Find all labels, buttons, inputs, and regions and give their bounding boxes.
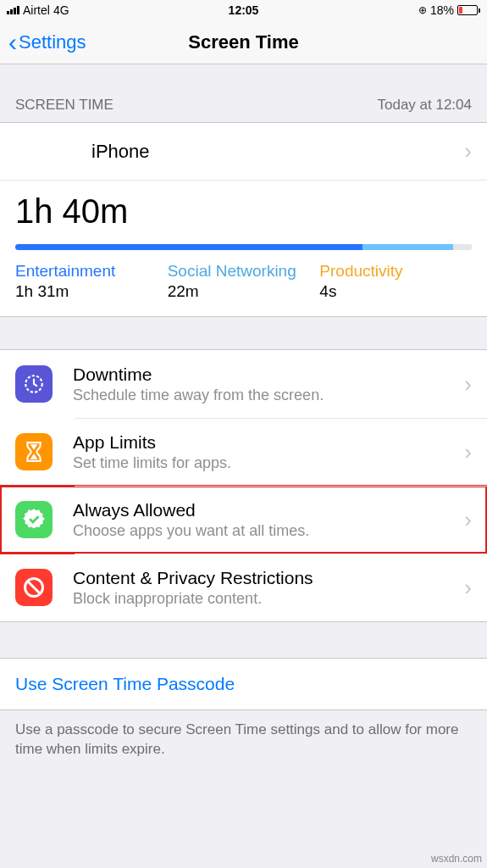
summary-header: SCREEN TIME Today at 12:04 bbox=[0, 64, 487, 122]
summary-header-left: SCREEN TIME bbox=[15, 97, 113, 114]
category-social: Social Networking 22m bbox=[168, 262, 320, 301]
category-productivity: Productivity 4s bbox=[319, 262, 472, 301]
category-name: Entertainment bbox=[15, 262, 168, 281]
status-time: 12:05 bbox=[229, 3, 259, 17]
item-title: Downtime bbox=[73, 364, 464, 385]
app-limits-row[interactable]: App Limits Set time limits for apps. › bbox=[0, 418, 487, 486]
item-subtitle: Set time limits for apps. bbox=[73, 454, 464, 472]
hourglass-icon bbox=[15, 433, 53, 470]
status-bar: Airtel 4G 12:05 ⊕ 18% bbox=[0, 0, 487, 20]
chevron-right-icon: › bbox=[464, 138, 472, 164]
chevron-right-icon: › bbox=[464, 507, 472, 533]
total-time: 1h 40m bbox=[0, 181, 487, 239]
passcode-footer: Use a passcode to secure Screen Time set… bbox=[0, 710, 487, 770]
no-entry-icon bbox=[15, 569, 53, 606]
page-title: Screen Time bbox=[188, 31, 298, 53]
battery-icon bbox=[457, 5, 480, 15]
status-left: Airtel 4G bbox=[7, 3, 69, 17]
carrier-label: Airtel bbox=[23, 3, 50, 17]
category-time: 4s bbox=[319, 282, 472, 301]
item-subtitle: Choose apps you want at all times. bbox=[73, 522, 464, 540]
item-title: Content & Privacy Restrictions bbox=[73, 568, 464, 588]
device-name: iPhone bbox=[91, 141, 150, 163]
downtime-row[interactable]: Downtime Schedule time away from the scr… bbox=[0, 350, 487, 418]
network-label: 4G bbox=[53, 3, 69, 17]
status-right: ⊕ 18% bbox=[418, 3, 480, 17]
item-subtitle: Block inappropriate content. bbox=[73, 590, 464, 608]
content-privacy-row[interactable]: Content & Privacy Restrictions Block ina… bbox=[0, 554, 487, 621]
options-list: Downtime Schedule time away from the scr… bbox=[0, 349, 487, 622]
nav-bar: ‹ Settings Screen Time bbox=[0, 20, 487, 64]
always-allowed-row[interactable]: Always Allowed Choose apps you want at a… bbox=[0, 486, 487, 554]
category-time: 1h 31m bbox=[15, 282, 168, 301]
use-passcode-button[interactable]: Use Screen Time Passcode bbox=[0, 659, 487, 709]
chevron-right-icon: › bbox=[464, 439, 472, 465]
item-title: App Limits bbox=[73, 432, 464, 453]
checkmark-badge-icon bbox=[15, 501, 53, 538]
device-row[interactable]: iPhone › bbox=[0, 123, 487, 181]
category-name: Productivity bbox=[319, 262, 472, 281]
item-title: Always Allowed bbox=[73, 500, 464, 520]
category-time: 22m bbox=[168, 282, 320, 301]
category-name: Social Networking bbox=[168, 262, 320, 281]
category-entertainment: Entertainment 1h 31m bbox=[15, 262, 168, 301]
battery-percent: 18% bbox=[430, 3, 454, 17]
orientation-lock-icon: ⊕ bbox=[418, 4, 427, 16]
chevron-right-icon: › bbox=[464, 371, 472, 398]
watermark: wsxdn.com bbox=[431, 853, 482, 865]
chevron-left-icon: ‹ bbox=[8, 30, 17, 55]
back-label: Settings bbox=[19, 31, 86, 53]
passcode-section: Use Screen Time Passcode bbox=[0, 658, 487, 710]
svg-line-2 bbox=[28, 581, 40, 593]
signal-icon bbox=[7, 6, 19, 14]
chevron-right-icon: › bbox=[464, 575, 472, 601]
summary-header-right: Today at 12:04 bbox=[377, 97, 472, 114]
item-subtitle: Schedule time away from the screen. bbox=[73, 387, 464, 404]
downtime-icon bbox=[15, 365, 53, 403]
back-button[interactable]: ‹ Settings bbox=[8, 30, 86, 55]
categories-row: Entertainment 1h 31m Social Networking 2… bbox=[0, 262, 487, 316]
usage-bar bbox=[15, 244, 472, 250]
summary-card: iPhone › 1h 40m Entertainment 1h 31m Soc… bbox=[0, 122, 487, 317]
